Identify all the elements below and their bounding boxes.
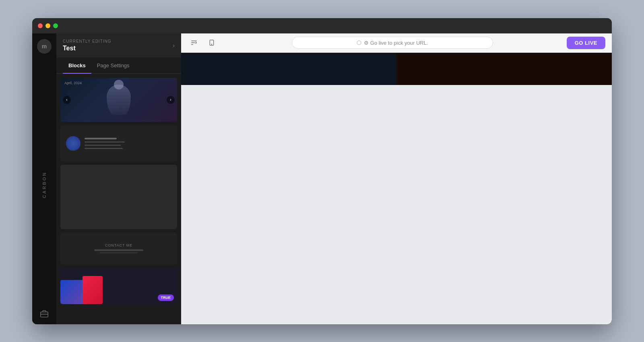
- svg-rect-0: [41, 312, 48, 317]
- panel-tabs: Blocks Page Settings: [56, 58, 181, 74]
- browser-controls-right: GO LIVE: [567, 37, 605, 49]
- go-live-button[interactable]: GO LIVE: [567, 37, 605, 49]
- sidebar: m CARBON: [32, 33, 56, 324]
- minimize-button[interactable]: [45, 23, 50, 28]
- tab-blocks[interactable]: Blocks: [63, 58, 91, 73]
- app-window: m CARBON CURRENTLY EDITING: [32, 18, 612, 324]
- block-item-5[interactable]: true: [60, 268, 177, 304]
- browser-controls-left: [188, 36, 218, 49]
- url-text: ⚙ Go live to pick your URL.: [364, 40, 428, 46]
- avatar[interactable]: m: [37, 39, 52, 54]
- blocks-list: April, 2024 ‹ ›: [56, 74, 181, 324]
- browser-bar: ⚙ Go live to pick your URL. GO LIVE: [181, 33, 612, 53]
- svg-point-3: [211, 44, 212, 44]
- pro-badge: true: [158, 294, 174, 301]
- preview-bottom-cell-1: [181, 53, 396, 85]
- profile-block-preview: [60, 131, 177, 156]
- chevron-right-icon: ›: [173, 42, 175, 49]
- mobile-preview-button[interactable]: [205, 36, 218, 49]
- briefcase-icon[interactable]: [39, 309, 49, 319]
- maximize-button[interactable]: [53, 23, 58, 28]
- profile-avatar-preview: [66, 136, 80, 151]
- contact-label: CONTACT ME: [105, 243, 133, 247]
- preview-bottom: [181, 53, 612, 85]
- block-item-2[interactable]: [60, 125, 177, 162]
- panel-site-name: Test: [63, 45, 111, 52]
- titlebar: [32, 18, 612, 33]
- currently-editing-label: CURRENTLY EDITING: [63, 39, 111, 44]
- block-item-3[interactable]: [60, 165, 177, 229]
- main-layout: m CARBON CURRENTLY EDITING: [32, 33, 612, 324]
- block-item-1[interactable]: April, 2024 ‹ ›: [60, 78, 177, 122]
- block-date: April, 2024: [64, 81, 82, 85]
- panel-header[interactable]: CURRENTLY EDITING Test ›: [56, 33, 181, 58]
- traffic-lights: [38, 23, 58, 28]
- panel: CURRENTLY EDITING Test › Blocks Page Set…: [56, 33, 181, 324]
- tab-page-settings[interactable]: Page Settings: [91, 58, 135, 73]
- profile-lines-preview: [85, 138, 125, 149]
- sort-button[interactable]: [188, 36, 200, 49]
- content-area: ⚙ Go live to pick your URL. GO LIVE User…: [181, 33, 612, 324]
- url-bar[interactable]: ⚙ Go live to pick your URL.: [292, 37, 493, 49]
- preview-bottom-cell-2: [397, 53, 612, 85]
- block-item-4[interactable]: CONTACT ME: [60, 232, 177, 265]
- brand-label: CARBON: [42, 61, 47, 309]
- close-button[interactable]: [38, 23, 43, 28]
- preview-wrapper: User Work / About: [181, 53, 612, 324]
- svg-point-4: [357, 41, 361, 45]
